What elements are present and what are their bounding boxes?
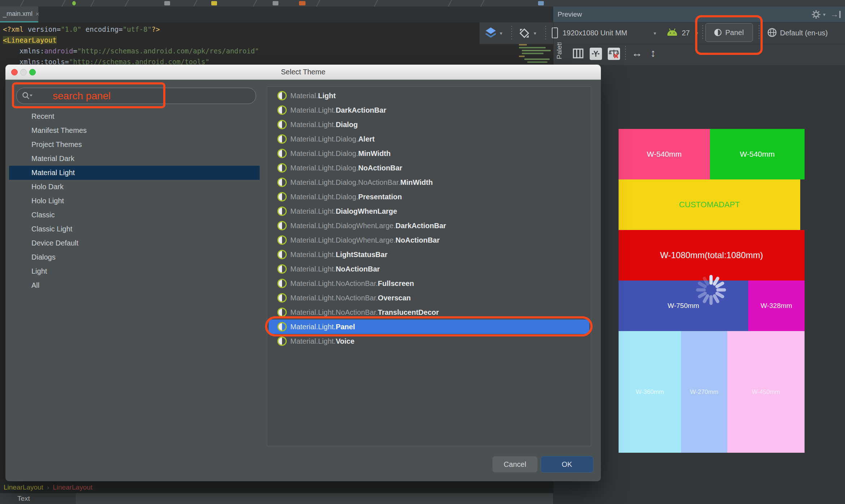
theme-swatch-icon	[277, 235, 287, 245]
theme-name: Material.Light.Dialog	[290, 121, 358, 129]
layout-block-label: W-360mm	[636, 388, 664, 396]
variants-caret-icon[interactable]: ▾	[500, 30, 502, 36]
toolbar-separator	[447, 0, 452, 6]
code-area[interactable]: <?xml version="1.0" encoding="utf-8"?><L…	[3, 24, 259, 67]
breadcrumb-item[interactable]: LinearLayout	[53, 483, 92, 491]
tool-icon[interactable]	[211, 1, 217, 5]
theme-category-item[interactable]: Classic Light	[9, 222, 260, 236]
mode-bar-panel	[76, 493, 553, 504]
theme-list: Material.LightMaterial.Light.DarkActionB…	[267, 87, 591, 348]
theme-list-item[interactable]: Material.Light.NoActionBar.Fullscreen	[269, 276, 589, 291]
run-icon[interactable]	[72, 1, 76, 5]
code-line[interactable]: <LinearLayout	[3, 35, 259, 45]
theme-category-item[interactable]: Project Themes	[9, 138, 260, 152]
layout-block-label: CUSTOMADAPT	[679, 200, 740, 209]
theme-category-item[interactable]: All	[9, 278, 260, 292]
wrap-content-icon[interactable]	[590, 48, 602, 60]
layout-block: W-750mm	[619, 281, 748, 331]
tool-icon[interactable]	[538, 1, 544, 5]
theme-category-item[interactable]: Material Light	[9, 166, 260, 180]
tab-close-icon[interactable]: ×	[35, 10, 39, 17]
theme-category-item[interactable]: Classic	[9, 208, 260, 222]
close-window-button[interactable]	[11, 69, 18, 75]
theme-list-item[interactable]: Material.Light.NoActionBar.Overscan	[269, 291, 589, 305]
theme-list-item[interactable]: Material.Light.LightStatusBar	[269, 247, 589, 262]
tool-icon[interactable]	[273, 1, 278, 5]
layout-block: CUSTOMADAPT	[619, 179, 800, 230]
device-icon[interactable]	[552, 27, 558, 38]
android-studio-window: _main.xml × <?xml version="1.0" encoding…	[0, 0, 845, 504]
editor-minimap[interactable]	[516, 42, 553, 64]
theme-name: Material.Light.Dialog.MinWidth	[290, 149, 391, 158]
layout-block-label: W-1080mm(total:1080mm)	[660, 250, 763, 260]
layout-block: W-540mm	[710, 129, 805, 179]
theme-category-item[interactable]: Device Default	[9, 236, 260, 250]
layout-block-label: W-270mm	[690, 388, 718, 396]
loading-spinner-icon	[695, 274, 727, 306]
theme-name: Material.Light.Dialog.Presentation	[290, 193, 402, 201]
device-resolution-label[interactable]: 1920x1080 Unit MM	[563, 29, 627, 37]
remove-scales-icon[interactable]	[608, 48, 620, 60]
theme-category-item[interactable]: Light	[9, 264, 260, 278]
locale-label[interactable]: Default (en-us)	[780, 29, 828, 37]
theme-swatch-icon	[277, 120, 287, 129]
orientation-icon[interactable]	[518, 27, 531, 40]
dock-pinned-icon[interactable]: →	[831, 10, 838, 19]
breadcrumb-item[interactable]: LinearLayout	[4, 483, 43, 491]
gear-caret-icon[interactable]: ▾	[823, 12, 826, 17]
theme-name: Material.Light.Dialog.NoActionBar.MinWid…	[290, 178, 433, 187]
tab-text-mode[interactable]: Text	[17, 495, 30, 503]
theme-category-item[interactable]: Recent	[9, 109, 260, 123]
design-toolbar-left: ▾ ▾	[480, 22, 553, 44]
ok-button[interactable]: OK	[541, 456, 593, 473]
tool-icon[interactable]	[164, 1, 170, 5]
theme-list-item[interactable]: Material.Light	[269, 88, 589, 103]
theme-list-item[interactable]: Material.Light.Dialog	[269, 117, 589, 132]
profiler-icon[interactable]	[299, 1, 306, 5]
zoom-window-button[interactable]	[29, 69, 36, 75]
code-line[interactable]: xmlns:android="http://schemas.android.co…	[3, 45, 259, 56]
theme-list-item[interactable]: Material.Light.DarkActionBar	[269, 103, 589, 117]
locale-globe-icon[interactable]	[767, 27, 777, 38]
theme-category-item[interactable]: Holo Light	[9, 194, 260, 208]
theme-category-item[interactable]: Dialogs	[9, 250, 260, 264]
theme-list-item[interactable]: Material.Light.DialogWhenLarge.DarkActio…	[269, 218, 589, 233]
columns-layout-icon[interactable]	[572, 48, 584, 59]
dialog-title-bar[interactable]: Select Theme	[5, 65, 601, 80]
theme-category-list: RecentManifest ThemesProject ThemesMater…	[9, 109, 260, 292]
theme-list-item[interactable]: Material.Light.DialogWhenLarge	[269, 204, 589, 218]
theme-list-item[interactable]: Material.Light.NoActionBar	[269, 262, 589, 276]
layout-block: W-540mm	[619, 129, 710, 179]
match-width-icon[interactable]: ↔	[632, 47, 642, 59]
toolbar-separator	[20, 0, 25, 6]
theme-category-item[interactable]: Holo Dark	[9, 180, 260, 194]
theme-name: Material.Light.DialogWhenLarge.NoActionB…	[290, 236, 440, 244]
device-caret-icon[interactable]: ▾	[654, 30, 656, 36]
tab-palette[interactable]: Palette	[555, 43, 566, 68]
gear-icon[interactable]	[811, 10, 821, 19]
theme-swatch-icon	[277, 163, 287, 173]
minimize-window-button[interactable]	[20, 69, 27, 75]
theme-category-item[interactable]: Material Dark	[9, 152, 260, 166]
tab-main-xml[interactable]: _main.xml ×	[0, 6, 38, 22]
match-height-icon[interactable]: ↕	[650, 47, 656, 59]
layout-block: W-360mm	[619, 331, 681, 453]
minimap-line	[519, 56, 525, 57]
theme-category-item[interactable]: Manifest Themes	[9, 123, 260, 138]
theme-swatch-icon	[277, 149, 287, 158]
theme-list-item[interactable]: Material.Light.DialogWhenLarge.NoActionB…	[269, 233, 589, 247]
cancel-button[interactable]: Cancel	[492, 456, 538, 473]
theme-list-item[interactable]: Material.Light.Dialog.Alert	[269, 132, 589, 146]
theme-list-item[interactable]: Material.Light.Dialog.NoActionBar.MinWid…	[269, 175, 589, 190]
theme-list-item[interactable]: Material.Light.Dialog.MinWidth	[269, 146, 589, 161]
theme-list-item[interactable]: Material.Light.Dialog.NoActionBar	[269, 161, 589, 175]
theme-list-item[interactable]: Material.Light.Dialog.Presentation	[269, 190, 589, 204]
theme-swatch-icon	[277, 308, 287, 317]
orientation-caret-icon[interactable]: ▾	[534, 30, 536, 36]
api-level-label[interactable]: 27	[682, 29, 690, 37]
code-line[interactable]: <?xml version="1.0" encoding="utf-8"?>	[3, 24, 259, 35]
layout-variants-icon[interactable]	[485, 27, 497, 38]
minimap-line	[519, 44, 527, 45]
toolbar-separator	[545, 26, 546, 41]
theme-swatch-icon	[277, 192, 287, 201]
